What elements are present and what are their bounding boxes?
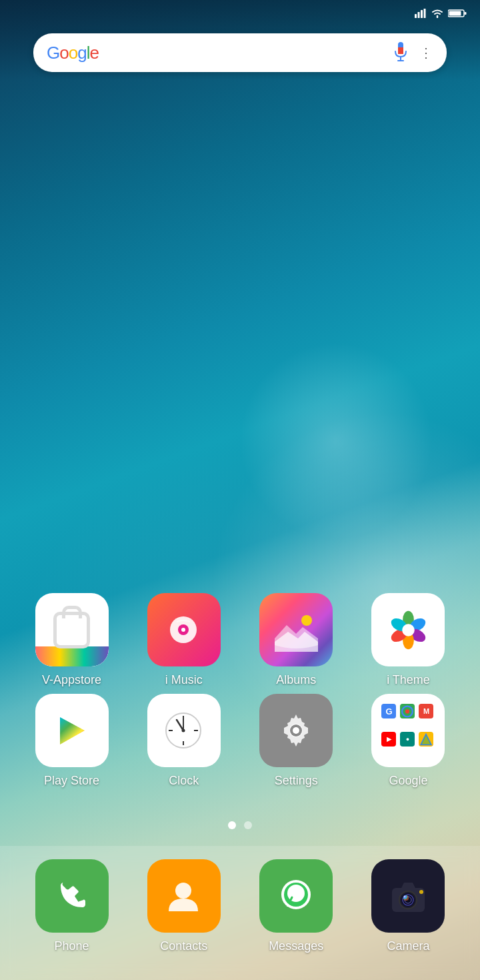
albums-label: Albums bbox=[276, 673, 316, 687]
app-row-2: Play Store bbox=[20, 694, 460, 788]
svg-point-21 bbox=[402, 624, 415, 636]
phone-icon bbox=[35, 859, 109, 933]
phone-label: Phone bbox=[54, 939, 89, 953]
svg-point-14 bbox=[301, 615, 312, 626]
svg-point-49 bbox=[419, 890, 423, 894]
search-icons: ⋮ bbox=[393, 42, 433, 63]
dock: Phone Contacts bbox=[0, 846, 480, 980]
status-bar bbox=[0, 0, 480, 27]
contacts-label: Contacts bbox=[160, 939, 207, 953]
svg-rect-2 bbox=[421, 10, 423, 18]
app-item-playstore[interactable]: Play Store bbox=[20, 694, 123, 788]
playstore-label: Play Store bbox=[44, 774, 99, 788]
camera-icon bbox=[371, 859, 445, 933]
google-folder-icon: G M ▶ ● bbox=[371, 694, 445, 767]
search-bar-container: Google ⋮ bbox=[0, 27, 480, 72]
itheme-icon bbox=[371, 593, 445, 666]
app-item-imusic[interactable]: i Music bbox=[132, 593, 235, 687]
svg-rect-5 bbox=[449, 11, 461, 16]
messages-label: Messages bbox=[269, 939, 323, 953]
google-label: Google bbox=[389, 774, 427, 788]
svg-point-38 bbox=[175, 883, 191, 899]
pagination-dots bbox=[0, 821, 480, 829]
svg-point-48 bbox=[403, 895, 405, 897]
app-item-vappstore[interactable]: V-Appstore bbox=[20, 593, 123, 687]
signal-icon bbox=[415, 9, 427, 18]
svg-point-30 bbox=[182, 728, 185, 732]
status-icons bbox=[415, 9, 467, 18]
app-row-1: V-Appstore i Music bbox=[20, 593, 460, 687]
mic-icon[interactable] bbox=[393, 42, 409, 63]
svg-point-33 bbox=[293, 727, 299, 734]
playstore-icon bbox=[35, 694, 109, 767]
battery-icon bbox=[448, 9, 467, 18]
search-bar[interactable]: Google ⋮ bbox=[33, 33, 447, 72]
vappstore-label: V-Appstore bbox=[42, 673, 101, 687]
dock-item-phone[interactable]: Phone bbox=[20, 859, 123, 953]
svg-rect-8 bbox=[398, 47, 403, 54]
dot-2[interactable] bbox=[244, 821, 252, 829]
svg-point-44 bbox=[401, 893, 415, 907]
imusic-icon bbox=[147, 593, 221, 666]
camera-label: Camera bbox=[387, 939, 429, 953]
app-item-itheme[interactable]: i Theme bbox=[357, 593, 460, 687]
dot-1[interactable] bbox=[228, 821, 236, 829]
app-item-clock[interactable]: Clock bbox=[132, 694, 235, 788]
app-grid: V-Appstore i Music bbox=[0, 593, 480, 808]
contacts-icon bbox=[147, 859, 221, 933]
clock-icon bbox=[147, 694, 221, 767]
itheme-label: i Theme bbox=[387, 673, 430, 687]
google-logo: Google bbox=[47, 43, 99, 63]
messages-icon bbox=[259, 859, 333, 933]
dock-item-camera[interactable]: Camera bbox=[357, 859, 460, 953]
dock-item-contacts[interactable]: Contacts bbox=[132, 859, 235, 953]
svg-point-35 bbox=[405, 709, 409, 713]
svg-point-13 bbox=[181, 628, 185, 632]
app-item-google[interactable]: G M ▶ ● bbox=[357, 694, 460, 788]
svg-rect-0 bbox=[415, 14, 417, 18]
albums-icon bbox=[259, 593, 333, 666]
svg-rect-3 bbox=[424, 9, 426, 18]
svg-rect-1 bbox=[418, 12, 420, 18]
more-options-icon[interactable]: ⋮ bbox=[419, 45, 433, 61]
svg-rect-6 bbox=[465, 12, 467, 15]
dock-item-messages[interactable]: Messages bbox=[245, 859, 348, 953]
imusic-label: i Music bbox=[165, 673, 203, 687]
clock-label: Clock bbox=[169, 774, 199, 788]
settings-icon bbox=[259, 694, 333, 767]
settings-label: Settings bbox=[275, 774, 318, 788]
svg-marker-37 bbox=[421, 734, 432, 745]
app-item-albums[interactable]: Albums bbox=[245, 593, 348, 687]
app-item-settings[interactable]: Settings bbox=[245, 694, 348, 788]
vappstore-icon bbox=[35, 593, 109, 666]
wifi-icon bbox=[431, 9, 444, 18]
